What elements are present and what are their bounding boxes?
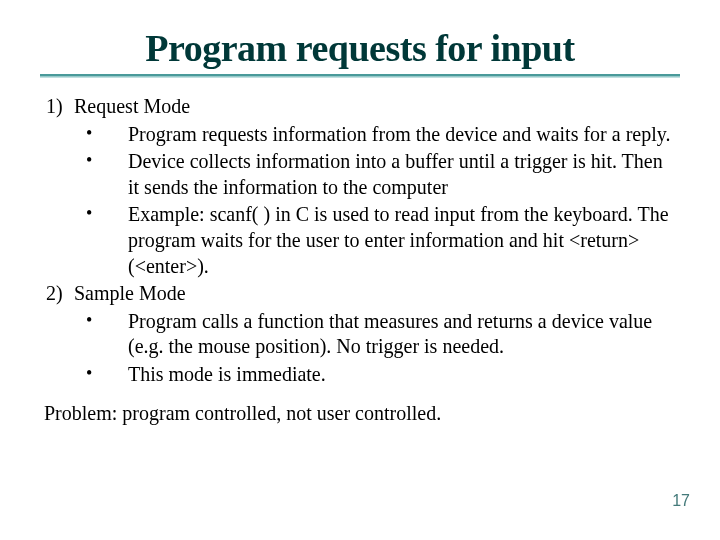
bullet-icon: • <box>86 149 128 200</box>
bullet-icon: • <box>86 202 128 279</box>
bullet-icon: • <box>86 122 128 148</box>
footer-text: Problem: program controlled, not user co… <box>40 402 680 425</box>
list-subitem: • Device collects information into a buf… <box>40 149 680 200</box>
item-number: 2) <box>40 281 74 307</box>
list-subitem: • Example: scanf( ) in C is used to read… <box>40 202 680 279</box>
bullet-icon: • <box>86 362 128 388</box>
page-number: 17 <box>672 492 690 510</box>
subitem-text: Device collects information into a buffe… <box>128 149 680 200</box>
slide-title: Program requests for input <box>40 26 680 70</box>
bullet-icon: • <box>86 309 128 360</box>
list-item-2: 2) Sample Mode <box>40 281 680 307</box>
subitem-text: Example: scanf( ) in C is used to read i… <box>128 202 680 279</box>
title-underline <box>40 74 680 78</box>
list-subitem: • Program calls a function that measures… <box>40 309 680 360</box>
subitem-text: This mode is immediate. <box>128 362 680 388</box>
subitem-text: Program requests information from the de… <box>128 122 680 148</box>
list-subitem: • This mode is immediate. <box>40 362 680 388</box>
list-subitem: • Program requests information from the … <box>40 122 680 148</box>
slide-body: 1) Request Mode • Program requests infor… <box>40 94 680 388</box>
item-label: Request Mode <box>74 94 680 120</box>
item-number: 1) <box>40 94 74 120</box>
list-item-1: 1) Request Mode <box>40 94 680 120</box>
subitem-text: Program calls a function that measures a… <box>128 309 680 360</box>
item-label: Sample Mode <box>74 281 680 307</box>
